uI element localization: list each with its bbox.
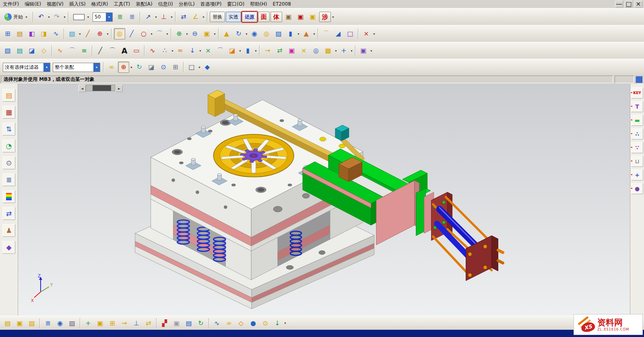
- csys-icon[interactable]: ⊥: [158, 11, 169, 23]
- undo-icon-dropdown[interactable]: ▾: [47, 15, 51, 19]
- selection-filter-dropdown[interactable]: ▾: [43, 63, 50, 72]
- line-icon[interactable]: ╱: [95, 45, 106, 56]
- bridge-surface-icon[interactable]: ⌒: [66, 45, 78, 56]
- promote-body-icon[interactable]: ◧: [26, 28, 37, 39]
- edit-feature-icon-dropdown[interactable]: ▾: [350, 49, 353, 53]
- circle-icon[interactable]: ○: [138, 28, 149, 39]
- motion-icon[interactable]: ⇄: [2, 207, 15, 220]
- orient-view-icon[interactable]: ⊙: [158, 62, 169, 73]
- n-sided-surface-icon[interactable]: ◇: [38, 45, 50, 56]
- 3d-model-assembly[interactable]: Z Y X: [18, 84, 630, 316]
- menu-item-8[interactable]: 信息(I): [155, 0, 176, 8]
- arc-icon[interactable]: ⌒: [154, 28, 165, 39]
- menu-item-2[interactable]: 编辑(E): [22, 0, 44, 8]
- move-face-icon[interactable]: →: [262, 45, 273, 56]
- loop-select-icon[interactable]: ◎: [114, 28, 125, 39]
- find-component-icon[interactable]: ◉: [54, 318, 66, 329]
- menu-item-3[interactable]: 视图(V): [44, 0, 66, 8]
- sequence-icon[interactable]: ↻: [195, 318, 206, 329]
- explode-assembly-icon[interactable]: ▤: [2, 318, 13, 329]
- snap-point-icon[interactable]: ⊕: [118, 62, 129, 73]
- unite-icon-dropdown[interactable]: ▾: [185, 32, 189, 36]
- menu-item-4[interactable]: 插入(S): [66, 0, 89, 8]
- extrude-icon[interactable]: ▲: [221, 28, 232, 39]
- reuse-library-icon[interactable]: ◂▬: [631, 115, 643, 126]
- point-icon-dropdown[interactable]: ▾: [106, 32, 109, 36]
- interpart-link-icon[interactable]: ∞: [223, 318, 235, 329]
- sew-icon[interactable]: ∿: [50, 28, 62, 39]
- shaded-view-icon[interactable]: ◪: [146, 62, 157, 73]
- hole-icon[interactable]: ◉: [249, 28, 260, 39]
- start-button[interactable]: 开始 ▾: [2, 11, 31, 23]
- delete-face-icon[interactable]: ×: [298, 45, 310, 56]
- close-button[interactable]: ×: [634, 1, 642, 8]
- tube-icon-dropdown[interactable]: ▾: [254, 49, 258, 53]
- feature-pattern-icon[interactable]: ⊞: [2, 28, 13, 39]
- plot-icon[interactable]: ▦: [2, 106, 15, 119]
- menu-item-13[interactable]: ET2008: [270, 0, 294, 8]
- key-library-icon[interactable]: ◂KEY: [631, 87, 643, 99]
- through-curves-icon[interactable]: ▤: [14, 45, 25, 56]
- select-rectangle-icon[interactable]: □: [186, 62, 197, 73]
- menu-item-5[interactable]: 格式(R): [89, 0, 111, 8]
- people-icon[interactable]: ♟: [2, 224, 15, 237]
- wave-geometry-icon[interactable]: ∿: [211, 318, 223, 329]
- fullscreen-icon[interactable]: [636, 76, 642, 83]
- replace-component-icon[interactable]: ⇄: [143, 318, 154, 329]
- template-tool-icon[interactable]: ◂T: [631, 101, 643, 112]
- restore-button[interactable]: □: [625, 1, 633, 8]
- selection-scope-dropdown[interactable]: ▾: [93, 63, 100, 72]
- add-component-icon[interactable]: +: [83, 318, 94, 329]
- replace-face-icon[interactable]: ▣: [286, 45, 297, 56]
- measure-angle-icon-dropdown[interactable]: ▾: [202, 15, 205, 19]
- shell-icon[interactable]: □: [345, 28, 356, 39]
- menu-item-11[interactable]: 窗口(O): [224, 0, 247, 8]
- interpart-link-icon[interactable]: ∞: [106, 62, 117, 73]
- resize-blend-icon[interactable]: ◎: [310, 45, 322, 56]
- undo-icon[interactable]: ↶: [35, 11, 47, 23]
- redo-icon-dropdown[interactable]: ▾: [63, 15, 66, 19]
- mirror-assembly-icon[interactable]: ▞: [159, 318, 170, 329]
- replace-button[interactable]: 替换: [210, 12, 225, 22]
- shaded-cube-icon[interactable]: ◆: [202, 62, 213, 73]
- info-list-icon[interactable]: ≣: [2, 173, 15, 186]
- move-component-icon[interactable]: →: [119, 318, 130, 329]
- bridge-curve-icon[interactable]: ⌒: [215, 45, 226, 56]
- work-layer-dropdown[interactable]: ▾: [106, 13, 112, 21]
- patch-icon[interactable]: ▩: [322, 45, 334, 56]
- cone-icon[interactable]: ▲: [301, 28, 312, 39]
- section-curve-icon-dropdown[interactable]: ▾: [238, 49, 242, 53]
- datum-plane-icon-dropdown[interactable]: ▾: [78, 32, 82, 36]
- clearance-analysis-icon[interactable]: ◇: [235, 318, 247, 329]
- minimize-button[interactable]: —: [615, 1, 623, 8]
- selection-filter-combo[interactable]: 没有选择过滤器 ▾: [3, 63, 50, 72]
- component-list-icon[interactable]: ≣: [42, 318, 54, 329]
- graphics-window[interactable]: ◄ ►: [18, 84, 630, 316]
- rotate-view-icon[interactable]: ↻: [134, 62, 145, 73]
- menu-item-10[interactable]: 首选项(P): [198, 0, 225, 8]
- body-button[interactable]: 体: [270, 12, 282, 22]
- select-rectangle-icon-dropdown[interactable]: ▾: [198, 66, 201, 69]
- horizontal-scrollbar[interactable]: ◄ ►: [78, 85, 123, 91]
- menu-item-1[interactable]: 文件(F): [0, 0, 22, 8]
- arrangements-icon[interactable]: ▤: [183, 318, 194, 329]
- menu-item-9[interactable]: 分析(L): [176, 0, 198, 8]
- datum-plane-icon[interactable]: ▧: [66, 28, 78, 39]
- studio-spline-icon[interactable]: ∿: [147, 45, 158, 56]
- scroll-thumb[interactable]: [93, 85, 111, 91]
- unite-icon[interactable]: ⊕: [173, 28, 185, 39]
- redo-icon[interactable]: ↷: [51, 11, 62, 23]
- red-solid-icon[interactable]: ▣: [295, 11, 306, 23]
- trim-body-icon-dropdown[interactable]: ▾: [372, 32, 376, 36]
- snap-point-icon-dropdown[interactable]: ▾: [130, 66, 133, 69]
- trim-body-icon[interactable]: ×: [361, 28, 372, 39]
- measure-angle-icon[interactable]: ∠: [190, 11, 201, 23]
- color-spectrum-icon[interactable]: ▮: [2, 190, 15, 203]
- layer-visible-icon[interactable]: ≣: [126, 11, 138, 23]
- revolve-icon-dropdown[interactable]: ▾: [245, 32, 248, 36]
- color-swatch-combo[interactable]: ▾: [72, 13, 90, 21]
- suppress-component-icon[interactable]: ▣: [171, 318, 182, 329]
- preview-component-icon[interactable]: ▨: [66, 318, 78, 329]
- measure-distance-icon[interactable]: ⇄: [178, 11, 189, 23]
- synchronous-modeling-icon[interactable]: ▣: [358, 45, 369, 56]
